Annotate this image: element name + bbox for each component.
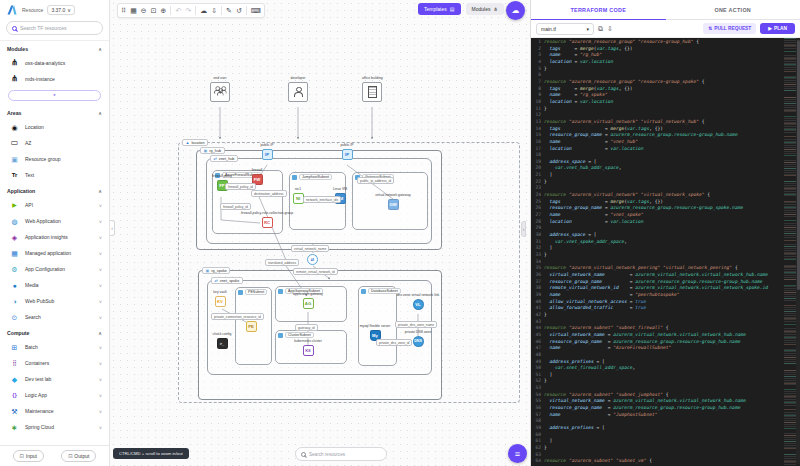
sidebar-item-application[interactable]: API ∨ <box>0 197 109 213</box>
resource-search[interactable] <box>295 447 387 461</box>
section-areas[interactable]: Areas∧ <box>0 105 109 119</box>
subnet-icon <box>278 333 283 338</box>
node-public-ip-2[interactable]: public IPIP <box>331 144 363 160</box>
output-button[interactable]: ⊡Output <box>61 450 96 462</box>
sidebar-scroll[interactable]: Modules∧ oss-data-analytics mds-instance… <box>0 40 109 445</box>
sidebar-item-compute[interactable]: Batch ∨ <box>0 339 109 355</box>
play-icon: ▶ <box>768 26 772 31</box>
zoom-in-icon[interactable]: ⊕ <box>161 7 167 14</box>
actor-office-building[interactable]: office building <box>362 76 383 102</box>
sidebar-item-compute[interactable]: Logic App ∨ <box>0 387 109 403</box>
code-editor[interactable]: 1resource "azurerm_resource_group" "reso… <box>531 38 800 466</box>
node-virtual-network-gateway[interactable]: virtual network gatewayGW <box>368 194 418 210</box>
compute-list: Batch ∨ Containers ∨ Dev test lab ∨ <box>0 339 109 435</box>
area-rg-hub-label: ▣rg_hub <box>200 147 225 154</box>
redo-icon[interactable]: ↷ <box>185 7 191 14</box>
input-button[interactable]: ⊡Input <box>13 450 44 462</box>
sidebar-item-application[interactable]: Web Application ∨ <box>0 213 109 229</box>
drag-handle-icon[interactable]: ⠿ <box>121 7 126 14</box>
sidebar-item-module[interactable]: mds-instance <box>0 71 109 87</box>
cloud-import-icon[interactable]: ☁ <box>200 7 207 14</box>
version-select[interactable]: 3.37.0∨ <box>47 5 75 15</box>
node-check-config[interactable]: check config>_ <box>202 333 242 349</box>
download-icon[interactable]: ⇩ <box>211 7 217 14</box>
area-icon <box>10 123 19 132</box>
sidebar-item-area[interactable]: AZ <box>0 135 109 151</box>
chevron-down-icon: ∨ <box>99 251 102 256</box>
sidebar-collapse-handle[interactable]: ‹ <box>110 220 115 236</box>
sidebar-item-compute[interactable]: Dev test lab ∨ <box>0 371 109 387</box>
design-icon[interactable]: ✎ <box>226 7 232 14</box>
sidebar-item-application[interactable]: Search ∨ <box>0 309 109 325</box>
sidebar-item-compute[interactable]: Maintenance ∨ <box>0 403 109 419</box>
sidebar-item-application[interactable]: Web PubSub ∨ <box>0 293 109 309</box>
pill-destination-address: destination_address <box>251 190 287 197</box>
resource-search-input[interactable] <box>309 452 379 457</box>
sidebar-item-application[interactable]: Managed application ∨ <box>0 245 109 261</box>
node-rule-collection[interactable]: firewall-policy-rule-collection-groupRC <box>234 212 300 228</box>
tab-one-action[interactable]: ONE ACTION <box>666 0 800 20</box>
node-key-vault[interactable]: key vaultKV <box>200 291 240 307</box>
node-application-gateway[interactable]: application gatewayAG <box>283 293 333 309</box>
sidebar-item-area[interactable]: Location <box>0 119 109 135</box>
sidebar-item-area[interactable]: Resource group <box>0 151 109 167</box>
chevron-down-icon: ∨ <box>99 267 102 272</box>
azure-icon: ▲ <box>186 141 190 145</box>
zoom-out-icon[interactable]: ⊖ <box>141 7 147 14</box>
copy-icon[interactable]: ⧉ <box>598 25 603 33</box>
node-dns-zone-vnet-link[interactable]: dns zone virtual network linkVL <box>388 294 448 310</box>
modules-button[interactable]: Modules⋔ <box>466 3 504 15</box>
module-wildcard-box[interactable]: * <box>8 90 101 101</box>
actor-developer[interactable]: developer <box>288 76 308 102</box>
pill-gateway-id: gateway_id <box>295 324 318 331</box>
application-icon <box>10 313 19 322</box>
node-kubernetes-cluster[interactable]: kubernetes clusterK8 <box>283 340 333 356</box>
scrollbar-thumb[interactable] <box>797 40 800 290</box>
section-application[interactable]: Application∧ <box>0 183 109 197</box>
diagram-canvas[interactable]: ⠿ ▦ ⊖ ⊡ ⊕ ↶ ↷ ☁ ⇩ ✎ ↺ ⌨ Templates▤ Modul… <box>110 0 530 466</box>
actor-end-user[interactable]: end user <box>210 76 230 102</box>
fork-icon: ⋔ <box>493 6 497 12</box>
sidebar-item-application[interactable]: Application insights ∨ <box>0 229 109 245</box>
sidebar-item-application[interactable]: App Configuration ∨ <box>0 261 109 277</box>
plan-button[interactable]: ▶PLAN <box>760 23 795 34</box>
codepanel-collapse-handle[interactable]: › <box>521 221 526 237</box>
history-icon[interactable]: ↺ <box>236 7 242 14</box>
chat-fab-button[interactable]: ≡ <box>508 444 527 463</box>
sidebar-item-application[interactable]: Media ∨ <box>0 277 109 293</box>
search-icon <box>12 26 17 31</box>
download-icon[interactable]: ⇩ <box>607 25 613 33</box>
sidebar-item-area[interactable]: Text <box>0 167 109 183</box>
section-compute[interactable]: Compute∧ <box>0 325 109 339</box>
area-vnet-spoke-label: ⇄vnet_spoke <box>211 277 243 284</box>
compute-icon <box>10 423 19 432</box>
pull-request-button[interactable]: ⇅PULL REQUEST <box>703 23 756 34</box>
arrows-icon: ⇅ <box>708 26 712 31</box>
collapse-icon: ∧ <box>98 46 102 52</box>
tf-search-input[interactable] <box>20 25 92 31</box>
brainboard-logo <box>6 4 18 16</box>
deploy-fab-button[interactable]: ☁ <box>506 1 525 20</box>
subnet-icon <box>292 175 297 180</box>
sidebar-item-compute[interactable]: Containers ∨ <box>0 355 109 371</box>
area-icon <box>10 171 19 180</box>
node-public-ip-1[interactable]: public IPIP <box>251 144 283 160</box>
pill-network-interface-ids: network_interface_ids <box>303 196 341 203</box>
minimap[interactable] <box>784 38 796 466</box>
tab-terraform-code[interactable]: TERRAFORM CODE <box>531 0 666 20</box>
chevron-down-icon: ∨ <box>99 203 102 208</box>
tf-search[interactable] <box>6 21 103 35</box>
fit-screen-icon[interactable]: ⊡ <box>151 7 157 14</box>
sidebar-item-compute[interactable]: Spring Cloud ∨ <box>0 419 109 435</box>
undo-icon[interactable]: ↶ <box>175 7 181 14</box>
vnet-peering-icon[interactable]: ⇄ <box>307 254 318 265</box>
sidebar-item-module[interactable]: oss-data-analytics <box>0 55 109 71</box>
editor-scrollbar[interactable] <box>796 38 800 464</box>
templates-button[interactable]: Templates▤ <box>418 3 461 15</box>
keyboard-icon[interactable]: ⌨ <box>251 7 261 14</box>
application-icon <box>10 201 19 210</box>
area-vnet-hub-label: ⇄vnet_hub <box>210 155 238 162</box>
grid-icon[interactable]: ▦ <box>130 7 137 14</box>
section-modules[interactable]: Modules∧ <box>0 41 109 55</box>
file-select[interactable]: main.tf▾ <box>536 23 594 35</box>
